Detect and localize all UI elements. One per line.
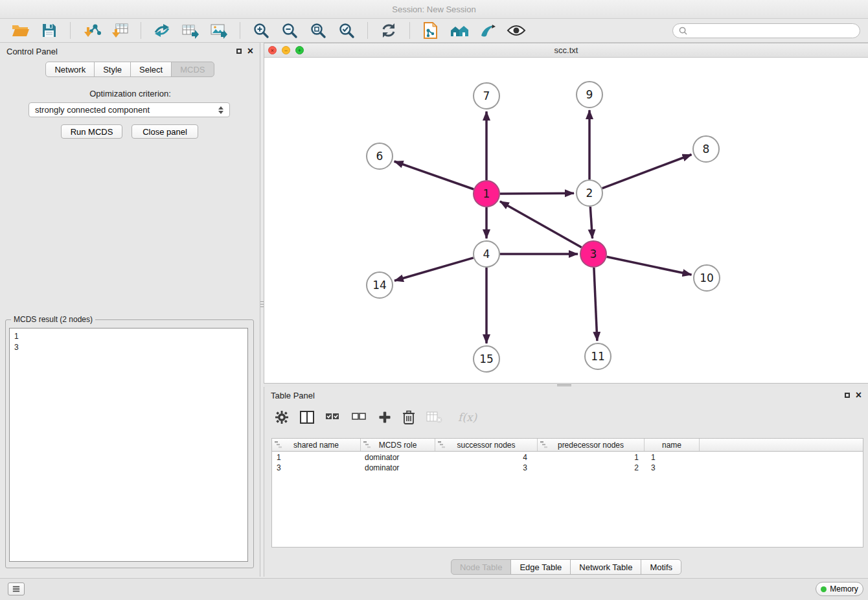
node-9[interactable]: 9	[577, 82, 602, 108]
column-header-name[interactable]: name	[645, 439, 700, 451]
close-panel-button-secondary[interactable]: Close panel	[131, 124, 198, 139]
zoom-in-icon	[253, 22, 269, 39]
zoom-out-button[interactable]	[277, 20, 303, 41]
show-columns-button[interactable]	[300, 411, 314, 424]
toolbar-separator	[409, 22, 410, 39]
tab-node-table[interactable]: Node Table	[451, 559, 512, 575]
task-history-button[interactable]	[8, 583, 25, 595]
network-file-button[interactable]	[418, 20, 444, 41]
edge-1-6[interactable]	[394, 161, 474, 189]
tab-mcds[interactable]: MCDS	[171, 62, 214, 77]
control-panel-tabs: Network Style Select MCDS	[0, 62, 260, 77]
export-image-button[interactable]	[206, 20, 232, 41]
home-icon	[450, 23, 469, 38]
cell-shared-name[interactable]: 1	[272, 452, 361, 463]
window-minimize-button[interactable]: −	[282, 46, 290, 54]
column-header-mcds-role[interactable]: MCDS role	[361, 439, 435, 451]
search-box[interactable]	[672, 23, 860, 38]
export-network-icon	[154, 22, 170, 39]
import-table-button[interactable]	[107, 20, 133, 41]
function-builder-button[interactable]: f(x)	[454, 410, 481, 424]
edge-2-8[interactable]	[602, 155, 692, 189]
edge-4-14[interactable]	[394, 258, 474, 281]
mcds-result-group: MCDS result (2 nodes) 1 3	[5, 319, 254, 568]
edge-2-3[interactable]	[590, 207, 592, 238]
zoom-fit-button[interactable]	[305, 20, 331, 41]
cell-successor-nodes[interactable]: 4	[435, 452, 538, 463]
mcds-result-item[interactable]: 3	[14, 342, 243, 353]
window-zoom-button[interactable]: +	[295, 46, 304, 54]
float-panel-button[interactable]	[236, 49, 242, 54]
open-session-button[interactable]	[8, 20, 34, 41]
tab-edge-table[interactable]: Edge Table	[510, 559, 571, 575]
column-header-predecessor-nodes[interactable]: predecessor nodes	[538, 439, 645, 451]
node-10[interactable]: 10	[694, 265, 720, 291]
network-file-icon	[422, 21, 439, 40]
refresh-button[interactable]	[376, 20, 402, 41]
delete-table-button[interactable]	[426, 411, 443, 424]
cell-predecessor-nodes[interactable]: 1	[538, 452, 645, 463]
search-input[interactable]	[691, 25, 854, 36]
home-button[interactable]	[446, 20, 472, 41]
save-session-button[interactable]	[36, 20, 62, 41]
tab-select[interactable]: Select	[130, 62, 172, 77]
table-panel-header: Table Panel ×	[264, 387, 868, 404]
show-details-button[interactable]	[503, 20, 529, 41]
cell-successor-nodes[interactable]: 3	[435, 463, 538, 473]
node-7[interactable]: 7	[474, 83, 499, 109]
cell-shared-name[interactable]: 3	[272, 463, 361, 473]
table-panel-tabs: Node Table Edge Table Network Table Moti…	[264, 559, 868, 575]
memory-button[interactable]: Memory	[816, 582, 863, 596]
node-table: shared name MCDS role successor nodes pr…	[271, 438, 863, 548]
add-column-button[interactable]	[378, 411, 391, 424]
tab-network-table[interactable]: Network Table	[570, 559, 641, 575]
select-all-button[interactable]	[325, 411, 341, 424]
network-canvas[interactable]: 7968124314101511	[264, 58, 867, 384]
cell-mcds-role[interactable]: dominator	[361, 463, 435, 473]
delete-table-icon	[426, 411, 443, 424]
float-table-panel-button[interactable]	[845, 393, 850, 398]
table-row[interactable]: 3 dominator 3 2 3	[272, 463, 863, 473]
table-settings-button[interactable]	[275, 410, 289, 424]
cell-predecessor-nodes[interactable]: 2	[538, 463, 645, 473]
cell-name[interactable]: 3	[645, 463, 700, 473]
tab-motifs[interactable]: Motifs	[641, 559, 681, 575]
node-1[interactable]: 1	[474, 181, 499, 207]
node-8[interactable]: 8	[693, 136, 719, 162]
close-panel-button[interactable]: ×	[247, 46, 253, 56]
export-network-button[interactable]	[149, 20, 175, 41]
edge-3-11[interactable]	[594, 268, 597, 341]
close-table-panel-button[interactable]: ×	[856, 390, 862, 400]
edge-1-2[interactable]	[500, 193, 574, 194]
zoom-in-button[interactable]	[248, 20, 274, 41]
mcds-result-item[interactable]: 1	[14, 331, 243, 342]
cell-name[interactable]: 1	[645, 452, 700, 463]
tab-network[interactable]: Network	[45, 62, 95, 77]
node-2[interactable]: 2	[577, 180, 602, 206]
node-11[interactable]: 11	[585, 343, 611, 369]
node-15[interactable]: 15	[474, 346, 499, 372]
mcds-result-title: MCDS result (2 nodes)	[11, 315, 95, 324]
export-table-button[interactable]	[177, 20, 203, 41]
node-3[interactable]: 3	[580, 241, 606, 267]
import-network-button[interactable]	[78, 20, 104, 41]
delete-column-button[interactable]	[402, 410, 415, 424]
criterion-dropdown[interactable]: strongly connected component	[29, 102, 230, 117]
node-4[interactable]: 4	[474, 241, 499, 267]
deselect-all-button[interactable]	[352, 411, 367, 424]
node-14[interactable]: 14	[367, 272, 393, 298]
window-close-button[interactable]: ×	[268, 46, 277, 54]
table-row[interactable]: 1 dominator 4 1 1	[272, 452, 863, 463]
run-mcds-button[interactable]: Run MCDS	[61, 124, 122, 139]
column-header-shared-name[interactable]: shared name	[272, 439, 361, 451]
tab-style[interactable]: Style	[94, 62, 131, 77]
edge-3-10[interactable]	[607, 257, 692, 275]
gear-icon	[275, 410, 289, 424]
node-6[interactable]: 6	[367, 143, 393, 169]
edge-3-1[interactable]	[500, 202, 582, 248]
zoom-selected-button[interactable]	[334, 20, 360, 41]
paint-button[interactable]	[475, 20, 501, 41]
mcds-result-list[interactable]: 1 3	[9, 328, 248, 562]
cell-mcds-role[interactable]: dominator	[361, 452, 435, 463]
column-header-successor-nodes[interactable]: successor nodes	[435, 439, 538, 451]
